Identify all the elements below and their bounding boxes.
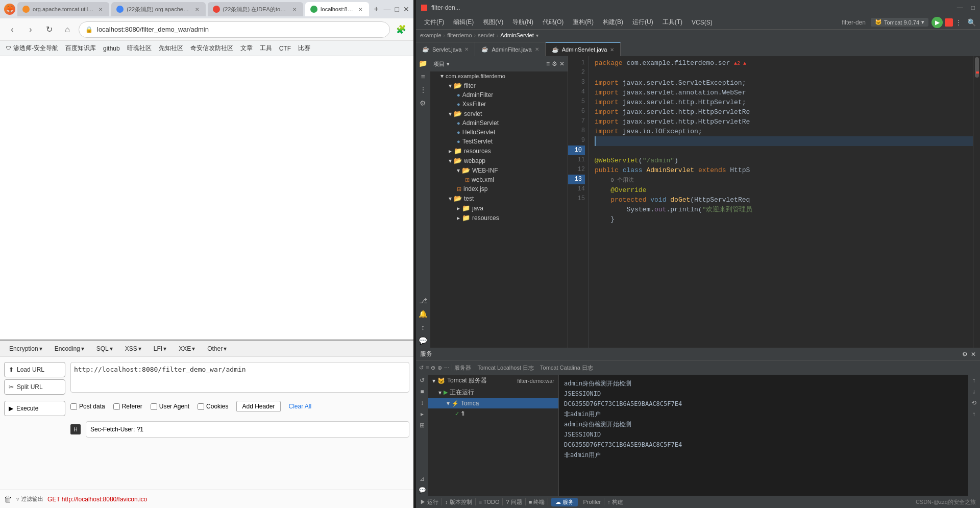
bookmark-8[interactable]: CTF bbox=[277, 44, 293, 53]
review-icon[interactable]: 💬 bbox=[419, 336, 427, 345]
refresh-services-icon[interactable]: ↺ bbox=[419, 365, 424, 371]
clear-all-button[interactable]: Clear All bbox=[289, 403, 312, 410]
git-icon[interactable]: ⎇ bbox=[419, 297, 427, 305]
tree-item-java-folder[interactable]: ▸ 📁 java bbox=[430, 203, 568, 213]
tree-item-testservlet[interactable]: ● TestServlet bbox=[430, 137, 568, 146]
tree-item-filter-folder[interactable]: ▾ 📂 filter bbox=[430, 81, 568, 90]
bookmark-9[interactable]: 比赛 bbox=[296, 43, 312, 54]
encryption-menu[interactable]: Encryption ▾ bbox=[4, 344, 47, 354]
service-item-running[interactable]: ▾ ▶ 正在运行 bbox=[428, 386, 558, 398]
services-close-icon[interactable]: ✕ bbox=[971, 351, 976, 358]
run-config-selector[interactable]: 🐱 Tomcat 9.0.74 ▾ bbox=[871, 18, 928, 27]
status-terminal-btn[interactable]: ■ 终端 bbox=[529, 498, 545, 506]
tree-item-xssfilter[interactable]: ● XssFilter bbox=[430, 100, 568, 109]
ide-maximize-icon[interactable]: □ bbox=[971, 4, 975, 11]
editor-scrollbar[interactable] bbox=[973, 56, 980, 348]
other-menu[interactable]: Other ▾ bbox=[202, 344, 232, 354]
services-icon-7[interactable]: 💬 bbox=[419, 487, 426, 494]
tab-tomcat-catalina-label[interactable]: Tomcat Catalina 日志 bbox=[540, 364, 593, 372]
bookmark-0[interactable]: 🛡 渗透师-安全导航 bbox=[4, 43, 60, 54]
browser-tab-1[interactable]: org.apache.tomcat.util.mode... ✕ bbox=[17, 2, 109, 16]
referer-checkbox-label[interactable]: Referer bbox=[113, 403, 142, 410]
tree-item-test-folder[interactable]: ▾ 📂 test bbox=[430, 193, 568, 203]
menu-tools[interactable]: 工具(T) bbox=[658, 17, 687, 28]
tab-adminfilter-java-close[interactable]: ✕ bbox=[535, 46, 539, 52]
services-expand-icon[interactable]: ⊕ bbox=[431, 365, 435, 371]
services-icon-1[interactable]: ↺ bbox=[420, 377, 425, 384]
tree-item-filterdemo[interactable]: ▾ com.example.filterdemo bbox=[430, 71, 568, 81]
stop-button[interactable] bbox=[945, 18, 953, 27]
services-icon-5[interactable]: ⊞ bbox=[420, 422, 425, 429]
browser-tab-3[interactable]: (22条消息) 在IDEA的tomcat中... ✕ bbox=[208, 2, 303, 16]
bookmark-7[interactable]: 工具 bbox=[258, 43, 274, 54]
services-more-icon[interactable]: ⋯ bbox=[444, 365, 450, 371]
tab-4-close[interactable]: ✕ bbox=[357, 6, 364, 13]
tab-services-label[interactable]: 服务器 bbox=[454, 364, 471, 372]
home-btn[interactable]: ⌂ bbox=[60, 22, 75, 37]
status-services-btn[interactable]: ☁ 服务 bbox=[551, 498, 578, 506]
service-item-tomcat[interactable]: ▾ 🐱 Tomcat 服务器 filter-demo:war bbox=[428, 375, 558, 386]
tree-item-resources-folder[interactable]: ▸ 📁 resources bbox=[430, 146, 568, 156]
sql-menu[interactable]: SQL ▾ bbox=[91, 344, 118, 354]
chevron-icon[interactable]: ⋮ bbox=[420, 86, 427, 94]
tree-item-indexjsp[interactable]: ⊞ index.jsp bbox=[430, 184, 568, 193]
post-data-checkbox[interactable] bbox=[70, 403, 77, 410]
new-tab-btn[interactable]: + bbox=[371, 3, 381, 15]
git-changes-icon[interactable]: ↕ bbox=[421, 323, 425, 331]
notifications-icon[interactable]: 🔔 bbox=[419, 310, 427, 318]
tree-item-webinf-folder[interactable]: ▾ 📂 WEB-INF bbox=[430, 165, 568, 175]
tree-item-webxml[interactable]: ⊞ web.xml bbox=[430, 175, 568, 184]
collapse-all-icon[interactable]: ≡ bbox=[546, 60, 550, 67]
cookies-checkbox[interactable] bbox=[198, 403, 204, 410]
bookmark-6[interactable]: 文章 bbox=[238, 43, 255, 54]
breadcrumb-dropdown-icon[interactable]: ▾ bbox=[536, 33, 538, 38]
browser-tab-4[interactable]: localhost:8080/... ✕ bbox=[305, 2, 369, 16]
header-value-input[interactable]: Sec-Fetch-User: ?1 bbox=[86, 421, 409, 438]
cookies-checkbox-label[interactable]: Cookies bbox=[198, 403, 228, 410]
forward-btn[interactable]: › bbox=[23, 22, 38, 37]
xss-menu[interactable]: XSS ▾ bbox=[120, 344, 146, 354]
bookmark-1[interactable]: 百度知识库 bbox=[63, 43, 98, 54]
search-everywhere-icon[interactable]: 🔍 bbox=[967, 18, 976, 27]
status-todo-btn[interactable]: ≡ TODO bbox=[479, 499, 500, 505]
post-data-checkbox-label[interactable]: Post data bbox=[70, 403, 105, 410]
services-icon-6[interactable]: ⊿ bbox=[420, 475, 425, 482]
hackbar-url-input[interactable]: http://localhost:8080/filter_demo_war/ad… bbox=[70, 362, 409, 393]
load-url-button[interactable]: ⬆ Load URL bbox=[4, 362, 65, 377]
run-button[interactable]: ▶ bbox=[932, 17, 943, 28]
user-agent-checkbox-label[interactable]: User Agent bbox=[151, 403, 189, 410]
back-btn[interactable]: ‹ bbox=[5, 22, 19, 37]
bottom-strip-icon-4[interactable]: ↑ bbox=[972, 410, 975, 418]
menu-vcs[interactable]: VCS(S) bbox=[688, 18, 717, 27]
scrollbar-thumb[interactable] bbox=[975, 57, 979, 78]
user-agent-checkbox[interactable] bbox=[151, 403, 157, 410]
tree-item-resources2-folder[interactable]: ▸ 📁 resources bbox=[430, 213, 568, 223]
split-url-button[interactable]: ✂ Split URL bbox=[4, 379, 65, 395]
settings-icon[interactable]: ⚙ bbox=[420, 99, 426, 107]
status-run-btn[interactable]: ▶ 运行 bbox=[420, 498, 438, 506]
bottom-strip-icon-3[interactable]: ⟲ bbox=[971, 399, 976, 406]
menu-run[interactable]: 运行(U) bbox=[628, 17, 657, 28]
services-icon-3[interactable]: ↕ bbox=[421, 399, 424, 406]
service-item-fi[interactable]: ✓ fi bbox=[428, 408, 558, 419]
bookmark-3[interactable]: 暗魂社区 bbox=[125, 43, 154, 54]
tab-2-close[interactable]: ✕ bbox=[193, 6, 201, 13]
execute-button[interactable]: ▶ Execute bbox=[4, 401, 65, 416]
xxe-menu[interactable]: XXE ▾ bbox=[174, 344, 200, 354]
menu-file[interactable]: 文件(F) bbox=[420, 17, 448, 28]
more-run-options[interactable]: ⋮ bbox=[955, 18, 962, 27]
tab-servlet-java[interactable]: ☕ Servlet.java ✕ bbox=[416, 42, 475, 56]
status-problems-btn[interactable]: ? 问题 bbox=[506, 498, 522, 506]
address-bar[interactable]: 🔒 localhost:8080/filter_demo_war/admin bbox=[79, 21, 390, 38]
close-sidebar-icon[interactable]: ✕ bbox=[559, 60, 565, 67]
tree-item-adminservlet[interactable]: ● AdminServlet bbox=[430, 118, 568, 128]
close-btn[interactable]: ✕ bbox=[403, 5, 409, 13]
service-item-tomcat-instance[interactable]: ▾ ⚡ Tomca bbox=[428, 398, 558, 408]
menu-code[interactable]: 代码(O) bbox=[538, 17, 568, 28]
gear-icon[interactable]: ⚙ bbox=[552, 60, 557, 67]
services-filter-icon[interactable]: ⊜ bbox=[437, 365, 442, 371]
menu-navigate[interactable]: 导航(N) bbox=[508, 17, 537, 28]
menu-build[interactable]: 构建(B) bbox=[599, 17, 627, 28]
tab-servlet-java-close[interactable]: ✕ bbox=[464, 46, 469, 52]
project-dropdown-icon[interactable]: ▾ bbox=[447, 61, 450, 67]
